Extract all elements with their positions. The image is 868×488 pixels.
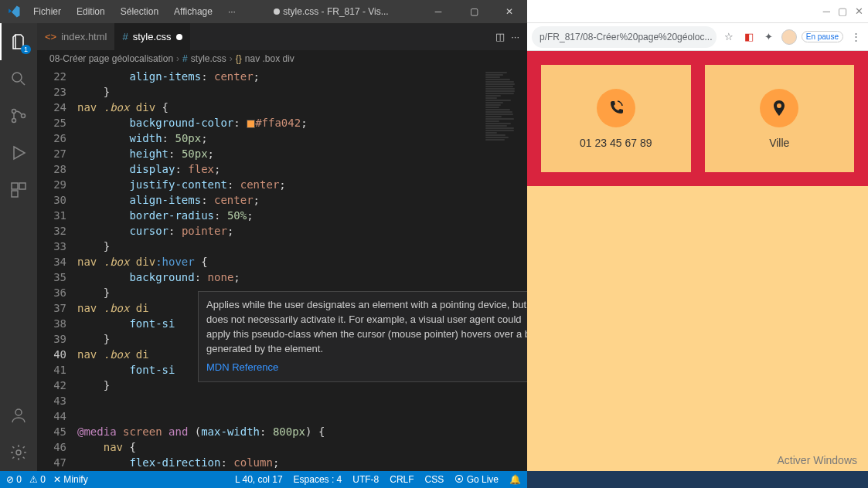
tabs-actions: ◫ ··· bbox=[495, 31, 527, 42]
browser-minimize-icon[interactable]: ─ bbox=[823, 5, 830, 17]
tabs-bar: <>index.html#style.css ◫ ··· bbox=[37, 23, 527, 50]
editor-area: <>index.html#style.css ◫ ··· 08-Créer pa… bbox=[37, 23, 527, 471]
status-errors[interactable]: ⊘ 0 bbox=[6, 474, 22, 485]
search-icon[interactable] bbox=[0, 60, 37, 97]
status-lang[interactable]: CSS bbox=[425, 474, 444, 485]
nav-card[interactable]: 01 23 45 67 89 bbox=[541, 65, 691, 172]
address-bar[interactable]: p/FR_817/08-Créer%20page%20géoloc... bbox=[532, 26, 717, 48]
status-spaces[interactable]: Espaces : 4 bbox=[294, 474, 342, 485]
tab-label: index.html bbox=[61, 31, 107, 42]
settings-gear-icon[interactable] bbox=[0, 434, 37, 471]
profile-avatar[interactable] bbox=[781, 29, 797, 45]
pause-pill[interactable]: En pause bbox=[802, 31, 843, 42]
status-warnings[interactable]: ⚠ 0 bbox=[29, 474, 46, 485]
status-eol[interactable]: CRLF bbox=[390, 474, 414, 485]
status-bar: ⊘ 0 ⚠ 0 ✕ Minify L 40, col 17 Espaces : … bbox=[0, 471, 527, 488]
vscode-window: FichierEditionSélectionAffichage··· styl… bbox=[0, 0, 527, 488]
browser-close-icon[interactable]: ✕ bbox=[855, 5, 863, 17]
svg-point-7 bbox=[15, 409, 22, 415]
extensions-icon[interactable] bbox=[0, 171, 37, 208]
minimize-button[interactable]: ─ bbox=[420, 0, 456, 23]
menu-···[interactable]: ··· bbox=[222, 3, 242, 20]
status-golive[interactable]: ⦿ Go Live bbox=[454, 474, 499, 485]
status-minify[interactable]: ✕ Minify bbox=[53, 474, 88, 485]
breadcrumb-selector[interactable]: nav .box div bbox=[245, 53, 294, 64]
window-title: style.css - FR_817 - Vis... bbox=[242, 6, 420, 17]
kebab-menu-icon[interactable]: ⋮ bbox=[848, 29, 863, 45]
css-icon: # bbox=[122, 31, 128, 42]
card-label: 01 23 45 67 89 bbox=[580, 137, 652, 149]
menu-sélection[interactable]: Sélection bbox=[114, 3, 165, 20]
svg-point-8 bbox=[16, 450, 21, 455]
more-actions-icon[interactable]: ··· bbox=[511, 31, 519, 42]
css-selector-icon: {} bbox=[236, 53, 242, 64]
svg-point-2 bbox=[12, 119, 16, 123]
mdn-reference-link[interactable]: MDN Reference bbox=[206, 361, 278, 375]
split-editor-icon[interactable]: ◫ bbox=[495, 31, 505, 42]
breadcrumb-folder[interactable]: 08-Créer page géolocalisation bbox=[49, 53, 173, 64]
windows-watermark: Activer Windows bbox=[778, 454, 857, 466]
css-file-icon: # bbox=[182, 53, 188, 64]
tab-label: style.css bbox=[133, 31, 172, 42]
window-title-text: style.css - FR_817 - Vis... bbox=[283, 6, 388, 17]
activity-bar: 1 bbox=[0, 23, 37, 471]
run-debug-icon[interactable] bbox=[0, 134, 37, 171]
ext1-icon[interactable]: ◧ bbox=[741, 29, 757, 45]
code-content[interactable]: align-items: center; }nav .box div { bac… bbox=[77, 67, 481, 471]
puzzle-icon[interactable]: ✦ bbox=[761, 29, 777, 45]
status-encoding[interactable]: UTF-8 bbox=[352, 474, 379, 485]
minimap[interactable] bbox=[481, 67, 527, 471]
phone-icon[interactable] bbox=[597, 89, 635, 127]
explorer-badge: 1 bbox=[21, 45, 31, 54]
tab-style-css[interactable]: #style.css bbox=[114, 23, 189, 50]
code-editor[interactable]: 2223242526272829303132333435363738394041… bbox=[37, 67, 527, 471]
svg-rect-4 bbox=[12, 183, 18, 189]
hover-tooltip: ✕ Applies while the user designates an e… bbox=[198, 291, 527, 382]
modified-dot-icon bbox=[176, 34, 182, 40]
svg-rect-6 bbox=[12, 191, 18, 197]
html-icon: <> bbox=[45, 31, 56, 42]
card-label: Ville bbox=[769, 137, 789, 149]
browser-window: ─ ▢ ✕ p/FR_817/08-Créer%20page%20géoloc.… bbox=[527, 0, 868, 471]
maximize-button[interactable]: ▢ bbox=[456, 0, 492, 23]
browser-maximize-icon[interactable]: ▢ bbox=[838, 5, 847, 17]
browser-toolbar: p/FR_817/08-Créer%20page%20géoloc... ☆ ◧… bbox=[527, 23, 868, 51]
svg-point-1 bbox=[12, 110, 16, 114]
breadcrumb-file[interactable]: style.css bbox=[191, 53, 226, 64]
tab-index-html[interactable]: <>index.html bbox=[37, 23, 114, 50]
svg-rect-5 bbox=[19, 183, 26, 189]
tooltip-text: Applies while the user designates an ele… bbox=[206, 298, 527, 356]
titlebar: FichierEditionSélectionAffichage··· styl… bbox=[0, 0, 527, 23]
nav-container: 01 23 45 67 89Ville bbox=[527, 51, 868, 186]
nav-card[interactable]: Ville bbox=[705, 65, 855, 172]
star-icon[interactable]: ☆ bbox=[721, 29, 737, 45]
explorer-icon[interactable]: 1 bbox=[0, 23, 37, 60]
close-button[interactable]: ✕ bbox=[492, 0, 527, 23]
svg-point-3 bbox=[22, 114, 26, 118]
menu-edition[interactable]: Edition bbox=[70, 3, 111, 20]
menu-fichier[interactable]: Fichier bbox=[27, 3, 67, 20]
status-bell-icon[interactable]: 🔔 bbox=[509, 474, 521, 485]
svg-point-0 bbox=[12, 73, 22, 82]
menu-affichage[interactable]: Affichage bbox=[168, 3, 219, 20]
pin-icon[interactable] bbox=[760, 89, 798, 127]
status-cursor[interactable]: L 40, col 17 bbox=[235, 474, 283, 485]
taskbar bbox=[527, 471, 868, 488]
browser-titlebar: ─ ▢ ✕ bbox=[527, 0, 868, 23]
rendered-page: 01 23 45 67 89Ville Activer Windows bbox=[527, 51, 868, 471]
modified-dot-icon bbox=[274, 8, 280, 15]
source-control-icon[interactable] bbox=[0, 97, 37, 134]
breadcrumbs[interactable]: 08-Créer page géolocalisation › # style.… bbox=[37, 50, 527, 67]
accounts-icon[interactable] bbox=[0, 397, 37, 434]
line-gutter: 2223242526272829303132333435363738394041… bbox=[37, 67, 77, 471]
vscode-logo-icon bbox=[0, 5, 27, 19]
